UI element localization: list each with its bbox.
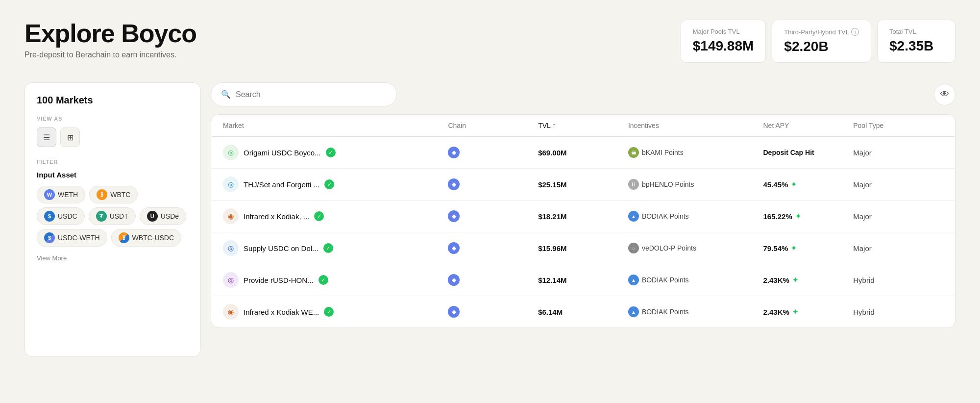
eth-icon-4: ◆ xyxy=(448,242,460,254)
market-icon-6: ◉ xyxy=(223,304,239,320)
verified-icon-5: ✓ xyxy=(318,275,328,285)
stat-card-total: Total TVL $2.35B xyxy=(877,20,956,63)
view-more-link[interactable]: View More xyxy=(37,254,189,262)
search-icon: 🔍 xyxy=(221,90,231,99)
page-title: Explore Boyco xyxy=(24,20,196,48)
table-row[interactable]: ◎ Provide rUSD-HON... ✓ ◆ $12.14M ▲ BODI… xyxy=(211,264,955,296)
table-row[interactable]: ◎ Supply USDC on Dol... ✓ ◆ $15.96M ○ ve… xyxy=(211,232,955,264)
asset-chip-usdt[interactable]: ₮ USDT xyxy=(89,207,136,225)
list-view-button[interactable]: ☰ xyxy=(37,127,56,147)
table-row[interactable]: ◉ Infrared x Kodiak, ... ✓ ◆ $18.21M ▲ B… xyxy=(211,201,955,232)
bphenlo-icon-1: H xyxy=(628,179,639,190)
market-name-1: Origami USDC Boyco... xyxy=(244,149,321,157)
market-icon-1: ◎ xyxy=(223,145,239,160)
pool-type-cell-3: Major xyxy=(853,212,943,221)
chain-cell-1: ◆ xyxy=(448,147,538,158)
search-bar[interactable]: 🔍 xyxy=(211,82,397,106)
stat-value-hybrid: $2.20B xyxy=(784,39,859,54)
chain-cell-6: ◆ xyxy=(448,306,538,318)
sparkle-icon-6: ✦ xyxy=(792,308,798,316)
usdc-weth-label: USDC-WETH xyxy=(58,234,100,242)
market-cell-6: ◉ Infrared x Kodiak WE... ✓ xyxy=(223,304,448,320)
market-name-6: Infrared x Kodiak WE... xyxy=(244,308,319,316)
usdt-icon: ₮ xyxy=(96,211,107,222)
info-icon-hybrid[interactable]: i xyxy=(851,28,859,36)
pool-type-cell-1: Major xyxy=(853,149,943,157)
bkami-icon-1: 🏔 xyxy=(628,147,639,158)
table-row[interactable]: ◎ THJ/Set and Forgetti ... ✓ ◆ $25.15M H… xyxy=(211,169,955,201)
asset-chip-wbtc[interactable]: ₿ WBTC xyxy=(89,186,138,203)
tvl-cell-1: $69.00M xyxy=(538,149,628,157)
stats-area: Major Pools TVL $149.88M Third-Party/Hyb… xyxy=(681,20,956,63)
vedolo-icon-1: ○ xyxy=(628,243,639,253)
market-icon-5: ◎ xyxy=(223,272,239,288)
eth-icon-2: ◆ xyxy=(448,178,460,190)
incentive-cell-4: ○ veDOLO-P Points xyxy=(628,243,763,253)
chain-cell-3: ◆ xyxy=(448,210,538,222)
filter-label: FILTER xyxy=(37,159,189,165)
main-content: 100 Markets VIEW AS ☰ ⊞ FILTER Input Ass… xyxy=(24,82,956,357)
market-cell-3: ◉ Infrared x Kodiak, ... ✓ xyxy=(223,208,448,224)
asset-chip-usde[interactable]: U USDe xyxy=(140,207,186,225)
table-row[interactable]: ◉ Infrared x Kodiak WE... ✓ ◆ $6.14M ▲ B… xyxy=(211,296,955,327)
eth-icon-3: ◆ xyxy=(448,210,460,222)
tvl-cell-4: $15.96M xyxy=(538,244,628,252)
usdt-label: USDT xyxy=(110,212,128,220)
asset-chip-wbtc-usdc[interactable]: ₿ WBTC-USDC xyxy=(111,229,182,247)
tvl-cell-3: $18.21M xyxy=(538,212,628,221)
view-toggle: ☰ ⊞ xyxy=(37,127,189,147)
filter-section: FILTER Input Asset W WETH ₿ WBTC $ USDC … xyxy=(37,159,189,262)
incentive-cell-2: H bpHENLO Points xyxy=(628,179,763,190)
col-tvl[interactable]: TVL ↑ xyxy=(538,122,628,129)
verified-icon-3: ✓ xyxy=(314,211,324,221)
incentive-cell-3: ▲ BODIAK Points xyxy=(628,211,763,222)
input-asset-label: Input Asset xyxy=(37,171,189,179)
search-bar-row: 🔍 👁 xyxy=(211,82,956,106)
incentive-cell-1: 🏔 bKAMI Points xyxy=(628,147,763,158)
asset-chip-usdc-weth[interactable]: $ USDC-WETH xyxy=(37,229,107,247)
col-incentives: Incentives xyxy=(628,122,763,129)
market-name-5: Provide rUSD-HON... xyxy=(244,276,314,284)
eye-button[interactable]: 👁 xyxy=(934,84,956,105)
bodiak-icon-1: ▲ xyxy=(628,211,639,222)
asset-chip-usdc[interactable]: $ USDC xyxy=(37,207,85,225)
stat-label-major: Major Pools TVL xyxy=(693,28,754,35)
market-cell-2: ◎ THJ/Set and Forgetti ... ✓ xyxy=(223,176,448,192)
sparkle-icon-3: ✦ xyxy=(795,212,801,220)
eye-icon: 👁 xyxy=(940,89,949,100)
table-row[interactable]: ◎ Origami USDC Boyco... ✓ ◆ $69.00M 🏔 bK… xyxy=(211,137,955,169)
apy-cell-4: 79.54% ✦ xyxy=(763,244,854,252)
stat-value-major: $149.88M xyxy=(693,38,754,54)
apy-cell-2: 45.45% ✦ xyxy=(763,180,854,189)
bodiak-icon-2: ▲ xyxy=(628,275,639,285)
weth-label: WETH xyxy=(58,191,78,199)
asset-chip-weth[interactable]: W WETH xyxy=(37,186,85,203)
col-chain: Chain xyxy=(448,122,538,129)
sidebar: 100 Markets VIEW AS ☰ ⊞ FILTER Input Ass… xyxy=(24,82,201,357)
incentive-cell-6: ▲ BODIAK Points xyxy=(628,306,763,317)
grid-view-button[interactable]: ⊞ xyxy=(60,127,80,147)
verified-icon-6: ✓ xyxy=(324,307,334,317)
eth-icon-5: ◆ xyxy=(448,274,460,286)
usdc-weth-icon: $ xyxy=(44,232,55,243)
title-area: Explore Boyco Pre-deposit to Berachain t… xyxy=(24,20,196,59)
apy-cell-5: 2.43K% ✦ xyxy=(763,276,854,284)
sparkle-icon-4: ✦ xyxy=(791,244,797,252)
usde-label: USDe xyxy=(161,212,179,220)
weth-icon: W xyxy=(44,189,55,200)
col-pool-type: Pool Type xyxy=(853,122,943,129)
sparkle-icon-2: ✦ xyxy=(791,180,797,188)
pool-type-cell-6: Hybrid xyxy=(853,308,943,316)
apy-cell-6: 2.43K% ✦ xyxy=(763,308,854,316)
search-input[interactable] xyxy=(236,90,387,99)
wbtc-label: WBTC xyxy=(110,191,130,199)
chain-cell-5: ◆ xyxy=(448,274,538,286)
asset-chips: W WETH ₿ WBTC $ USDC ₮ USDT U USDe xyxy=(37,186,189,247)
tvl-cell-2: $25.15M xyxy=(538,180,628,189)
market-cell-5: ◎ Provide rUSD-HON... ✓ xyxy=(223,272,448,288)
stat-card-major: Major Pools TVL $149.88M xyxy=(681,20,766,63)
wbtc-usdc-icon: ₿ xyxy=(119,232,129,243)
verified-icon-1: ✓ xyxy=(326,148,336,157)
wbtc-icon: ₿ xyxy=(97,189,107,200)
header-section: Explore Boyco Pre-deposit to Berachain t… xyxy=(24,20,956,63)
